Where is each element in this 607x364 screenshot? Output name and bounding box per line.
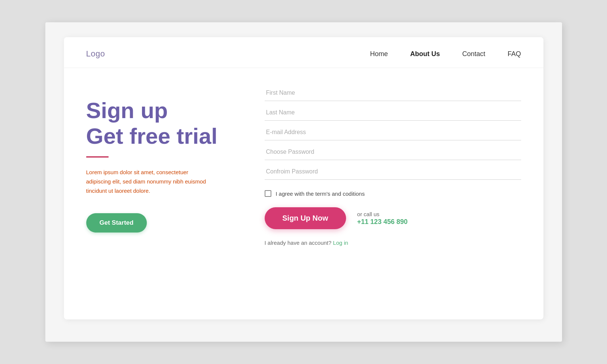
sign-up-button[interactable]: Sign Up Now [265,207,346,229]
or-call-label: or call us [357,211,408,217]
nav-links: Home About Us Contact FAQ [370,50,521,58]
password-group [265,142,521,160]
main-card: Logo Home About Us Contact FAQ Sign up G… [64,37,543,319]
hero-title-line2: Get free trial [86,124,217,149]
navbar: Logo Home About Us Contact FAQ [64,37,543,68]
email-input[interactable] [265,122,521,140]
email-group [265,122,521,140]
left-panel: Sign up Get free trial Lorem ipsum dolor… [86,83,242,301]
phone-number: +11 123 456 890 [357,218,408,226]
last-name-group [265,103,521,121]
login-text: I already have an account? [265,240,332,246]
get-started-button[interactable]: Get Started [86,213,147,233]
terms-checkbox[interactable] [265,190,271,197]
login-row: I already have an account? Log in [265,240,521,246]
nav-about[interactable]: About Us [410,50,440,58]
nav-faq[interactable]: FAQ [507,50,521,58]
logo: Logo [86,49,105,59]
signup-row: Sign Up Now or call us +11 123 456 890 [265,207,521,229]
call-info: or call us +11 123 456 890 [357,211,408,226]
page-wrapper: Logo Home About Us Contact FAQ Sign up G… [45,22,562,342]
hero-title: Sign up Get free trial [86,98,242,149]
nav-contact[interactable]: Contact [462,50,485,58]
terms-label: I agree with the term's and coditions [276,191,365,197]
first-name-input[interactable] [265,83,521,101]
password-input[interactable] [265,142,521,160]
hero-description: Lorem ipsum dolor sit amet, consectetuer… [86,168,213,195]
hero-title-line1: Sign up [86,98,168,123]
first-name-group [265,83,521,101]
main-content: Sign up Get free trial Lorem ipsum dolor… [64,68,543,319]
right-panel: I agree with the term's and coditions Si… [265,83,521,301]
last-name-input[interactable] [265,103,521,121]
confirm-password-group [265,162,521,180]
hero-divider [86,156,109,157]
nav-home[interactable]: Home [370,50,388,58]
terms-row: I agree with the term's and coditions [265,190,521,197]
login-link[interactable]: Log in [333,240,348,246]
confirm-password-input[interactable] [265,162,521,180]
